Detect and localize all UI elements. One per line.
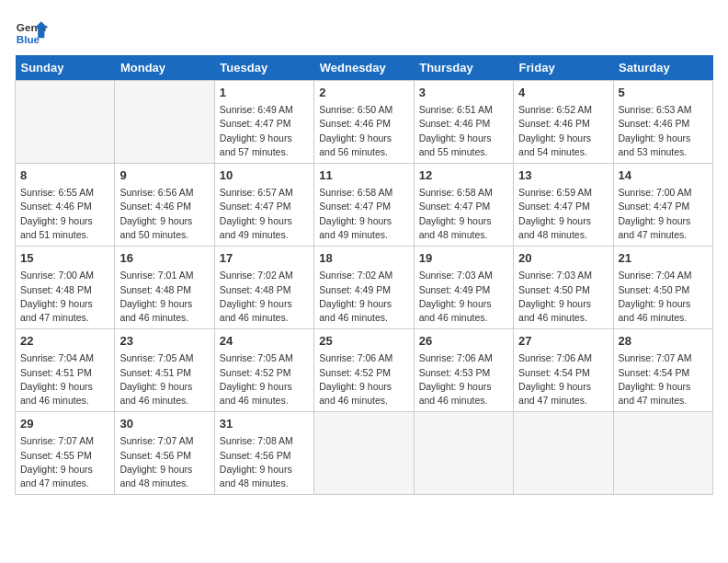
day-number: 18	[319, 250, 408, 267]
day-info: Sunrise: 6:51 AMSunset: 4:46 PMDaylight:…	[419, 103, 508, 159]
day-cell-11: 11 Sunrise: 6:58 AMSunset: 4:47 PMDaylig…	[314, 164, 414, 247]
day-number: 27	[518, 333, 608, 350]
day-number: 2	[319, 85, 408, 101]
day-number: 29	[20, 416, 109, 432]
day-cell-16: 16 Sunrise: 7:01 AMSunset: 4:48 PMDaylig…	[115, 247, 214, 329]
empty-cell	[115, 81, 214, 164]
week-row-1: 1 Sunrise: 6:49 AMSunset: 4:47 PMDayligh…	[16, 81, 713, 164]
day-number: 23	[119, 333, 209, 350]
day-info: Sunrise: 7:05 AMSunset: 4:51 PMDaylight:…	[119, 351, 209, 408]
day-number: 1	[220, 85, 309, 101]
calendar-table: SundayMondayTuesdayWednesdayThursdayFrid…	[15, 55, 713, 495]
day-number: 20	[518, 250, 608, 267]
weekday-header-wednesday: Wednesday	[314, 55, 414, 81]
day-info: Sunrise: 6:49 AMSunset: 4:47 PMDaylight:…	[220, 103, 309, 159]
day-info: Sunrise: 7:02 AMSunset: 4:48 PMDaylight:…	[220, 269, 309, 325]
day-info: Sunrise: 6:52 AMSunset: 4:46 PMDaylight:…	[518, 103, 608, 159]
week-row-3: 15 Sunrise: 7:00 AMSunset: 4:48 PMDaylig…	[16, 247, 713, 329]
day-cell-30: 30 Sunrise: 7:07 AMSunset: 4:56 PMDaylig…	[115, 412, 214, 495]
day-cell-17: 17 Sunrise: 7:02 AMSunset: 4:48 PMDaylig…	[214, 247, 313, 329]
day-info: Sunrise: 7:07 AMSunset: 4:54 PMDaylight:…	[619, 351, 708, 408]
day-info: Sunrise: 7:06 AMSunset: 4:54 PMDaylight:…	[518, 351, 608, 408]
day-info: Sunrise: 7:05 AMSunset: 4:52 PMDaylight:…	[220, 351, 309, 408]
day-cell-9: 9 Sunrise: 6:56 AMSunset: 4:46 PMDayligh…	[115, 164, 214, 247]
day-info: Sunrise: 7:08 AMSunset: 4:56 PMDaylight:…	[220, 434, 309, 490]
day-number: 10	[220, 167, 309, 184]
day-cell-3: 3 Sunrise: 6:51 AMSunset: 4:46 PMDayligh…	[414, 81, 513, 164]
empty-cell	[414, 412, 513, 495]
calendar-header-row: SundayMondayTuesdayWednesdayThursdayFrid…	[16, 55, 713, 81]
day-number: 5	[619, 85, 708, 101]
day-number: 22	[20, 333, 109, 350]
day-cell-4: 4 Sunrise: 6:52 AMSunset: 4:46 PMDayligh…	[514, 81, 613, 164]
day-info: Sunrise: 6:58 AMSunset: 4:47 PMDaylight:…	[319, 186, 408, 242]
week-row-4: 22 Sunrise: 7:04 AMSunset: 4:51 PMDaylig…	[16, 329, 713, 412]
day-cell-29: 29 Sunrise: 7:07 AMSunset: 4:55 PMDaylig…	[16, 412, 115, 495]
empty-cell	[314, 412, 414, 495]
day-info: Sunrise: 6:57 AMSunset: 4:47 PMDaylight:…	[220, 186, 309, 242]
weekday-header-tuesday: Tuesday	[214, 55, 313, 81]
day-cell-25: 25 Sunrise: 7:06 AMSunset: 4:52 PMDaylig…	[314, 329, 414, 412]
day-number: 25	[319, 333, 408, 350]
day-cell-10: 10 Sunrise: 6:57 AMSunset: 4:47 PMDaylig…	[214, 164, 313, 247]
empty-cell	[514, 412, 613, 495]
day-info: Sunrise: 7:01 AMSunset: 4:48 PMDaylight:…	[119, 269, 209, 325]
day-cell-24: 24 Sunrise: 7:05 AMSunset: 4:52 PMDaylig…	[214, 329, 313, 412]
empty-cell	[16, 81, 115, 164]
day-number: 17	[220, 250, 309, 267]
day-cell-12: 12 Sunrise: 6:58 AMSunset: 4:47 PMDaylig…	[414, 164, 513, 247]
day-number: 16	[119, 250, 209, 267]
day-number: 8	[20, 167, 109, 184]
day-info: Sunrise: 7:06 AMSunset: 4:52 PMDaylight:…	[319, 351, 408, 408]
day-info: Sunrise: 7:07 AMSunset: 4:56 PMDaylight:…	[119, 434, 209, 490]
day-cell-18: 18 Sunrise: 7:02 AMSunset: 4:49 PMDaylig…	[314, 247, 414, 329]
day-number: 24	[220, 333, 309, 350]
day-cell-31: 31 Sunrise: 7:08 AMSunset: 4:56 PMDaylig…	[214, 412, 313, 495]
day-cell-26: 26 Sunrise: 7:06 AMSunset: 4:53 PMDaylig…	[414, 329, 513, 412]
day-cell-22: 22 Sunrise: 7:04 AMSunset: 4:51 PMDaylig…	[16, 329, 115, 412]
day-cell-20: 20 Sunrise: 7:03 AMSunset: 4:50 PMDaylig…	[514, 247, 613, 329]
day-info: Sunrise: 7:02 AMSunset: 4:49 PMDaylight:…	[319, 269, 408, 325]
day-info: Sunrise: 6:56 AMSunset: 4:46 PMDaylight:…	[119, 186, 209, 242]
day-number: 28	[619, 333, 708, 350]
week-row-2: 8 Sunrise: 6:55 AMSunset: 4:46 PMDayligh…	[16, 164, 713, 247]
weekday-header-saturday: Saturday	[613, 55, 712, 81]
day-cell-15: 15 Sunrise: 7:00 AMSunset: 4:48 PMDaylig…	[16, 247, 115, 329]
day-number: 13	[518, 167, 608, 184]
day-info: Sunrise: 7:04 AMSunset: 4:50 PMDaylight:…	[619, 269, 708, 325]
day-number: 15	[20, 250, 109, 267]
day-info: Sunrise: 7:00 AMSunset: 4:47 PMDaylight:…	[619, 186, 708, 242]
day-number: 14	[619, 167, 708, 184]
day-number: 30	[119, 416, 209, 432]
day-cell-28: 28 Sunrise: 7:07 AMSunset: 4:54 PMDaylig…	[613, 329, 712, 412]
day-cell-1: 1 Sunrise: 6:49 AMSunset: 4:47 PMDayligh…	[214, 81, 313, 164]
day-info: Sunrise: 7:04 AMSunset: 4:51 PMDaylight:…	[20, 351, 109, 408]
day-info: Sunrise: 7:03 AMSunset: 4:49 PMDaylight:…	[419, 269, 508, 325]
day-info: Sunrise: 6:55 AMSunset: 4:46 PMDaylight:…	[20, 186, 109, 242]
day-cell-8: 8 Sunrise: 6:55 AMSunset: 4:46 PMDayligh…	[16, 164, 115, 247]
day-number: 26	[419, 333, 508, 350]
day-number: 12	[419, 167, 508, 184]
logo: General Blue	[15, 15, 48, 48]
day-number: 9	[119, 167, 209, 184]
day-info: Sunrise: 6:50 AMSunset: 4:46 PMDaylight:…	[319, 103, 408, 159]
weekday-header-monday: Monday	[115, 55, 214, 81]
empty-cell	[613, 412, 712, 495]
day-info: Sunrise: 7:06 AMSunset: 4:53 PMDaylight:…	[419, 351, 508, 408]
weekday-header-friday: Friday	[514, 55, 613, 81]
day-cell-23: 23 Sunrise: 7:05 AMSunset: 4:51 PMDaylig…	[115, 329, 214, 412]
week-row-5: 29 Sunrise: 7:07 AMSunset: 4:55 PMDaylig…	[16, 412, 713, 495]
page-header: General Blue	[15, 15, 713, 48]
day-number: 4	[518, 85, 608, 101]
day-info: Sunrise: 6:58 AMSunset: 4:47 PMDaylight:…	[419, 186, 508, 242]
day-info: Sunrise: 6:53 AMSunset: 4:46 PMDaylight:…	[619, 103, 708, 159]
day-cell-27: 27 Sunrise: 7:06 AMSunset: 4:54 PMDaylig…	[514, 329, 613, 412]
weekday-header-sunday: Sunday	[16, 55, 115, 81]
day-number: 3	[419, 85, 508, 101]
day-info: Sunrise: 7:07 AMSunset: 4:55 PMDaylight:…	[20, 434, 109, 490]
day-info: Sunrise: 7:03 AMSunset: 4:50 PMDaylight:…	[518, 269, 608, 325]
day-cell-5: 5 Sunrise: 6:53 AMSunset: 4:46 PMDayligh…	[613, 81, 712, 164]
day-number: 11	[319, 167, 408, 184]
day-number: 19	[419, 250, 508, 267]
weekday-header-thursday: Thursday	[414, 55, 513, 81]
